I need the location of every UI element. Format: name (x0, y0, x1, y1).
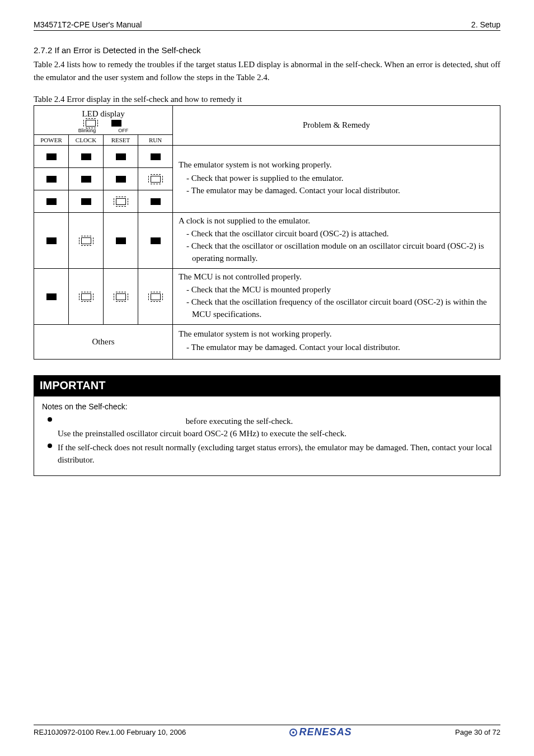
section-paragraph: Table 2.4 lists how to remedy the troubl… (34, 58, 500, 85)
led-blink-icon (116, 293, 126, 300)
remedy-list: Check that the oscillator circuit board … (179, 228, 494, 264)
problem-text: The MCU is not controlled properly. (179, 271, 494, 283)
footer-right: Page 30 of 72 (455, 728, 500, 736)
table-caption: Table 2.4 Error display in the self-chec… (34, 95, 500, 104)
important-bullet-list: Be sure to disconnect the user system be… (42, 415, 492, 466)
important-bullet: Be sure to disconnect the user system be… (58, 415, 492, 440)
led-legend-icons (36, 120, 170, 127)
problem-remedy-header: Problem & Remedy (173, 105, 500, 145)
col-reset: RESET (104, 134, 138, 145)
important-box: IMPORTANT Notes on the Self-check: Be su… (34, 375, 500, 476)
error-remedy-table: LED display Blinking OFF Problem & Remed… (34, 105, 500, 360)
led-on-icon (116, 176, 126, 183)
remedy-list: The emulator may be damaged. Contact you… (179, 342, 494, 354)
led-blink-icon (151, 293, 161, 300)
led-blink-icon (81, 237, 91, 244)
led-on-icon (46, 237, 57, 244)
led-on-icon (46, 198, 57, 205)
others-cell: Others (34, 324, 173, 359)
important-bullet: If the self-check does not result normal… (58, 441, 492, 466)
led-on-icon (81, 198, 91, 205)
led-on-icon (151, 237, 161, 244)
problem-text: A clock is not supplied to the emulator. (179, 215, 494, 227)
led-legend-labels: Blinking OFF (36, 128, 170, 133)
bullet-text: If the self-check does not result normal… (58, 443, 492, 465)
header-right: 2. Setup (471, 20, 500, 29)
problem-cell: The emulator system is not working prope… (173, 324, 500, 359)
remedy-item: Check that the oscillator or oscillation… (186, 240, 494, 265)
remedy-item: The emulator may be damaged. Contact you… (186, 185, 494, 197)
remedy-item: Check that the MCU is mounted properly (186, 284, 494, 296)
led-display-header: LED display Blinking OFF (34, 105, 173, 134)
led-display-label: LED display (36, 109, 170, 119)
header-left: M34571T2-CPE User's Manual (34, 20, 142, 29)
led-blink-icon (116, 198, 126, 205)
led-blink-icon (81, 293, 91, 300)
problem-cell: A clock is not supplied to the emulator.… (173, 212, 500, 268)
legend-off-label: OFF (118, 128, 128, 133)
important-title-bar: IMPORTANT (34, 375, 500, 396)
led-on-icon (116, 237, 126, 244)
legend-blinking-icon (86, 120, 96, 127)
led-on-icon (151, 153, 161, 160)
col-run: RUN (138, 134, 173, 145)
remedy-item: The emulator may be damaged. Contact you… (186, 342, 494, 354)
remedy-item: Check that the oscillator circuit board … (186, 228, 494, 240)
led-on-icon (116, 153, 126, 160)
bullet-icon (48, 417, 52, 422)
problem-text: The emulator system is not working prope… (179, 159, 494, 171)
bullet-line2: Use the preinstalled oscillator circuit … (58, 429, 346, 438)
remedy-list: Check that power is supplied to the emul… (179, 172, 494, 197)
page-footer: REJ10J0972-0100 Rev.1.00 February 10, 20… (34, 725, 500, 738)
table-row: The emulator system is not working prope… (34, 145, 500, 167)
led-on-icon (81, 153, 91, 160)
legend-blinking-label: Blinking (78, 128, 96, 133)
problem-cell: The emulator system is not working prope… (173, 145, 500, 212)
led-on-icon (46, 293, 57, 300)
renesas-logo: RENESAS (289, 726, 352, 738)
col-power: POWER (34, 134, 69, 145)
renesas-logo-text: RENESAS (299, 726, 352, 738)
notes-heading: Notes on the Self-check: (42, 401, 492, 413)
col-clock: CLOCK (69, 134, 104, 145)
led-on-icon (46, 153, 57, 160)
problem-cell: The MCU is not controlled properly. Chec… (173, 268, 500, 324)
page-header: M34571T2-CPE User's Manual 2. Setup (34, 20, 500, 31)
footer-left: REJ10J0972-0100 Rev.1.00 February 10, 20… (34, 728, 186, 736)
led-on-icon (81, 176, 91, 183)
table-row-others: Others The emulator system is not workin… (34, 324, 500, 359)
bullet-icon (48, 444, 52, 448)
bullet-trail: before executing the self-check. (184, 417, 293, 426)
table-row: A clock is not supplied to the emulator.… (34, 212, 500, 268)
section-heading: 2.7.2 If an Error is Detected in the Sel… (34, 45, 500, 55)
led-on-icon (151, 198, 161, 205)
problem-text: The emulator system is not working prope… (179, 328, 494, 340)
legend-off-icon (111, 120, 121, 127)
remedy-item: Check that the oscillation frequency of … (186, 296, 494, 321)
renesas-logo-mark (289, 729, 297, 736)
led-blink-icon (151, 176, 161, 183)
remedy-list: Check that the MCU is mounted properly C… (179, 284, 494, 320)
remedy-item: Check that power is supplied to the emul… (186, 172, 494, 185)
table-row: The MCU is not controlled properly. Chec… (34, 268, 500, 324)
led-on-icon (46, 176, 57, 183)
important-body: Notes on the Self-check: Be sure to disc… (34, 396, 500, 476)
